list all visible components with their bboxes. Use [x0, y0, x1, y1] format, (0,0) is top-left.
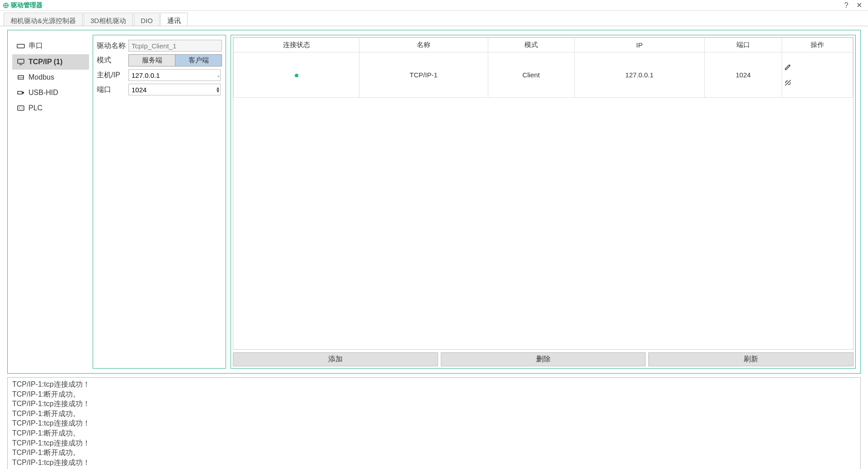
main-frame: 串口 TCP/IP (1) Modbus USB-HID [7, 30, 861, 374]
network-icon [17, 59, 25, 65]
edit-icon[interactable] [784, 63, 851, 71]
plc-icon [17, 105, 25, 111]
col-ops: 操作 [782, 38, 853, 52]
table-row[interactable]: TCP/IP-1 Client 127.0.0.1 1024 [234, 52, 853, 98]
sidebar-item-usbhid[interactable]: USB-HID [12, 85, 89, 100]
sidebar-item-serial[interactable]: 串口 [12, 38, 89, 54]
sidebar: 串口 TCP/IP (1) Modbus USB-HID [12, 35, 89, 369]
log-line: TCP/IP-1:tcp连接成功！ [12, 379, 856, 389]
tab-communication[interactable]: 通讯 [160, 13, 188, 26]
cell-status [234, 52, 359, 98]
log-line: TCP/IP-1:tcp连接成功！ [12, 438, 856, 448]
cell-ops [782, 52, 853, 98]
chevron-down-icon: ⌄ [217, 73, 220, 78]
mode-server-button[interactable]: 服务端 [129, 55, 175, 66]
mode-toggle: 服务端 客户端 [128, 54, 222, 66]
log-line: TCP/IP-1:断开成功。 [12, 428, 856, 438]
log-line: TCP/IP-1:tcp连接成功！ [12, 458, 856, 468]
table-panel: 连接状态 名称 模式 IP 端口 操作 TCP/IP-1 [231, 35, 856, 369]
sidebar-item-modbus[interactable]: Modbus [12, 70, 89, 85]
cell-ip: 127.0.0.1 [574, 52, 704, 98]
svg-rect-3 [17, 44, 24, 48]
status-dot-icon [295, 74, 298, 77]
sidebar-item-plc[interactable]: PLC [12, 100, 89, 116]
col-status: 连接状态 [234, 38, 359, 52]
col-name: 名称 [359, 38, 488, 52]
app-icon [3, 2, 9, 9]
svg-rect-10 [18, 106, 24, 110]
log-panel: TCP/IP-1:tcp连接成功！ TCP/IP-1:断开成功。 TCP/IP-… [7, 377, 861, 469]
mode-client-button[interactable]: 客户端 [175, 55, 222, 66]
grid-button-row: 添加 删除 刷新 [233, 352, 854, 366]
sidebar-item-label: 串口 [28, 41, 43, 51]
sidebar-item-label: USB-HID [28, 89, 58, 97]
host-label: 主机/IP [97, 71, 128, 80]
port-spinner[interactable] [128, 84, 221, 95]
modbus-icon [17, 74, 25, 81]
help-button[interactable]: ? [840, 1, 853, 9]
cell-name: TCP/IP-1 [359, 52, 488, 98]
sidebar-item-label: PLC [28, 104, 42, 112]
port-label: 端口 [97, 85, 128, 95]
spinner-arrows-icon[interactable]: ▲▼ [216, 86, 220, 93]
log-line: TCP/IP-1:tcp连接成功！ [12, 399, 856, 409]
window-title: 驱动管理器 [11, 1, 42, 9]
svg-point-12 [22, 108, 23, 109]
mode-label: 模式 [97, 56, 128, 65]
log-line: TCP/IP-1:tcp连接成功！ [12, 418, 856, 428]
connection-grid: 连接状态 名称 模式 IP 端口 操作 TCP/IP-1 [233, 37, 854, 350]
tab-dio[interactable]: DIO [134, 13, 160, 26]
sidebar-item-label: Modbus [28, 73, 54, 81]
log-line: TCP/IP-1:断开成功。 [12, 448, 856, 458]
add-button[interactable]: 添加 [233, 352, 438, 366]
grid-header-row: 连接状态 名称 模式 IP 端口 操作 [234, 38, 853, 52]
detail-panel: 驱动名称 模式 服务端 客户端 主机/IP ⌄ [93, 35, 226, 369]
svg-rect-4 [18, 59, 24, 63]
sidebar-item-tcpip[interactable]: TCP/IP (1) [12, 54, 89, 70]
title-bar: 驱动管理器 ? ✕ [0, 0, 868, 11]
disconnect-icon[interactable] [784, 79, 851, 87]
tab-3d-camera[interactable]: 3D相机驱动 [84, 13, 133, 26]
delete-button[interactable]: 删除 [441, 352, 646, 366]
svg-rect-8 [18, 91, 22, 94]
usb-icon [17, 90, 25, 96]
tabs-strip: 相机驱动&光源控制器 3D相机驱动 DIO 通讯 [0, 11, 868, 26]
sidebar-item-label: TCP/IP (1) [28, 58, 62, 66]
col-port: 端口 [705, 38, 782, 52]
col-ip: IP [574, 38, 704, 52]
driver-name-label: 驱动名称 [97, 41, 128, 51]
cell-mode: Client [488, 52, 574, 98]
svg-point-11 [19, 108, 20, 109]
host-select[interactable] [128, 69, 221, 81]
log-content[interactable]: TCP/IP-1:tcp连接成功！ TCP/IP-1:断开成功。 TCP/IP-… [8, 378, 860, 469]
close-button[interactable]: ✕ [853, 1, 865, 9]
log-line: TCP/IP-1:断开成功。 [12, 389, 856, 399]
driver-name-input[interactable] [128, 40, 222, 52]
col-mode: 模式 [488, 38, 574, 52]
refresh-button[interactable]: 刷新 [648, 352, 854, 366]
cell-port: 1024 [705, 52, 782, 98]
tab-camera-light[interactable]: 相机驱动&光源控制器 [4, 13, 83, 26]
log-line: TCP/IP-1:断开成功。 [12, 409, 856, 419]
svg-rect-9 [22, 92, 24, 94]
serial-icon [17, 43, 25, 49]
